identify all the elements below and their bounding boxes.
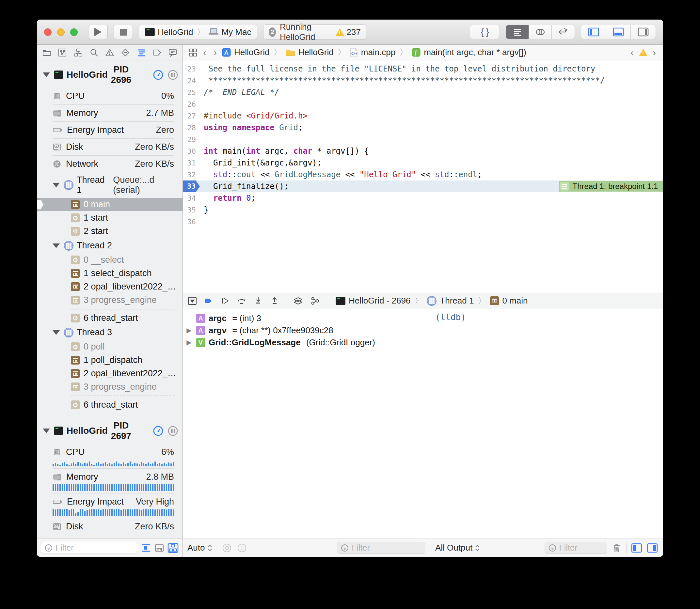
- disclosure-triangle-icon[interactable]: [53, 330, 60, 335]
- gauge-row-cpu[interactable]: CPU0%: [37, 88, 183, 104]
- project-navigator-tab[interactable]: [42, 48, 51, 57]
- disclosure-triangle-icon[interactable]: [43, 72, 50, 77]
- assistant-editor-button[interactable]: [529, 25, 552, 39]
- show-variables-view-toggle[interactable]: [631, 543, 642, 553]
- stack-frame-row[interactable]: ⚙6 thread_start: [37, 398, 183, 412]
- stack-frame-row[interactable]: ⚙2 start: [37, 225, 183, 238]
- step-over-button[interactable]: [236, 296, 247, 306]
- console-filter-field[interactable]: Filter: [545, 542, 607, 554]
- variable-row[interactable]: Aargc = (int) 3: [185, 312, 427, 325]
- stack-frame-row[interactable]: ⚙0 __select: [37, 253, 183, 267]
- code-line[interactable]: 30int main(int argc, char * argv[]) {: [183, 145, 663, 157]
- code-line[interactable]: 34 return 0;: [183, 192, 663, 204]
- close-window-button[interactable]: [44, 29, 52, 36]
- process-row[interactable]: HelloGrid PID 2696: [37, 60, 183, 88]
- jumpbar-crumb-file[interactable]: main.cpp: [361, 47, 396, 57]
- lldb-prompt[interactable]: (lldb): [430, 309, 663, 539]
- code-line[interactable]: 27#include <Grid/Grid.h>: [183, 110, 663, 122]
- code-line[interactable]: 25/* END LEGAL */: [183, 86, 663, 98]
- previous-issue-button[interactable]: ‹: [629, 47, 636, 58]
- disclosure-triangle-icon[interactable]: [53, 183, 60, 187]
- process-row[interactable]: HelloGrid PID 2697: [37, 416, 183, 444]
- hide-debug-area-button[interactable]: [187, 296, 197, 306]
- go-forward-button[interactable]: ›: [211, 47, 219, 58]
- issue-navigator-tab[interactable]: [105, 48, 114, 57]
- scheme-selector[interactable]: HelloGrid 〉 My Mac: [139, 25, 257, 39]
- breakpoint-line-number-badge[interactable]: 33: [183, 180, 200, 192]
- standard-editor-button[interactable]: [506, 25, 529, 39]
- stack-frame-row[interactable]: 1 poll_dispatch: [37, 353, 183, 367]
- next-issue-button[interactable]: ›: [651, 47, 658, 58]
- report-navigator-tab[interactable]: [168, 48, 177, 57]
- stack-frame-row[interactable]: 2 opal_libevent2022_ev…: [37, 280, 183, 293]
- continue-button[interactable]: [220, 296, 230, 306]
- toggle-inspector-button[interactable]: [631, 25, 655, 39]
- threads-view-button[interactable]: [168, 426, 178, 436]
- gauge-row-disk[interactable]: DiskZero KB/s: [37, 518, 183, 535]
- toggle-debug-area-button[interactable]: [606, 25, 631, 39]
- code-line[interactable]: 26: [183, 98, 663, 110]
- stop-button[interactable]: [114, 25, 133, 39]
- show-breakpoint-frames-toggle[interactable]: [141, 543, 151, 553]
- toggle-navigator-button[interactable]: [581, 25, 606, 39]
- disclosure-triangle-icon[interactable]: [43, 429, 50, 433]
- stack-frame-row[interactable]: 2 opal_libevent2022_ev…: [37, 367, 183, 380]
- code-line[interactable]: 31 Grid_init(&argc,&argv);: [183, 157, 663, 169]
- gauge-row-network[interactable]: NetworkZero KB/s: [37, 156, 183, 172]
- stack-frame-row[interactable]: ⚙6 thread_start: [37, 311, 183, 325]
- view-process-hierarchy-toggle[interactable]: [168, 543, 178, 553]
- gauge-row-disk[interactable]: DiskZero KB/s: [37, 139, 183, 155]
- variable-row[interactable]: ▶VGrid::GridLogMessage (Grid::GridLogger…: [185, 336, 427, 349]
- gauge-row-memory[interactable]: Memory2.8 MB: [37, 469, 183, 485]
- stack-frame-row[interactable]: 0 main: [37, 198, 183, 211]
- disclosure-chevron-icon[interactable]: ▶: [185, 326, 193, 334]
- thread-row[interactable]: Thread 2: [37, 238, 183, 253]
- activity-viewer[interactable]: 2 Running HelloGrid 237: [263, 24, 366, 39]
- jumpbar-crumb-project[interactable]: HelloGrid: [234, 47, 269, 57]
- show-stack-frames-toggle[interactable]: [154, 543, 164, 553]
- gauges-view-button[interactable]: [153, 70, 163, 80]
- stack-frame-row[interactable]: ⚙1 start: [37, 211, 183, 225]
- variable-row[interactable]: ▶Aargv = (char **) 0x7ffee9039c28: [185, 325, 427, 336]
- disclosure-chevron-icon[interactable]: ▶: [185, 338, 193, 346]
- search-navigator-tab[interactable]: [89, 48, 99, 57]
- source-editor[interactable]: 23 See the full license in the file "LIC…: [183, 60, 663, 293]
- symbol-navigator-tab[interactable]: [74, 48, 83, 57]
- gauges-view-button[interactable]: [153, 426, 163, 436]
- thread-row[interactable]: Thread 1Queue:...d (serial): [37, 172, 183, 198]
- code-line[interactable]: 35}: [183, 204, 663, 216]
- code-line[interactable]: 32 std::cout << GridLogMessage << "Hello…: [183, 169, 663, 180]
- stack-frame-row[interactable]: 3 progress_engine: [37, 380, 183, 394]
- minimize-window-button[interactable]: [57, 29, 65, 36]
- breakpoints-toggle-button[interactable]: [204, 296, 214, 306]
- library-button[interactable]: { }: [470, 25, 500, 39]
- code-line[interactable]: 33 Grid_finalize();Thread 1: breakpoint …: [183, 180, 663, 192]
- related-items-icon[interactable]: [188, 48, 198, 57]
- gauge-row-network[interactable]: NetworkZero KB/s: [37, 535, 183, 539]
- debug-view-hierarchy-button[interactable]: [293, 296, 303, 306]
- step-out-button[interactable]: [270, 296, 279, 306]
- breadcrumb-process[interactable]: HelloGrid - 2696: [349, 296, 410, 306]
- clear-console-button[interactable]: [612, 543, 622, 553]
- zoom-window-button[interactable]: [70, 29, 78, 36]
- jumpbar-crumb-group[interactable]: HelloGrid: [298, 47, 334, 57]
- code-line[interactable]: 36: [183, 216, 663, 227]
- variables-filter-field[interactable]: Filter: [337, 542, 425, 554]
- stack-frame-row[interactable]: 3 progress_engine: [37, 293, 183, 307]
- disclosure-triangle-icon[interactable]: [53, 243, 60, 248]
- version-editor-button[interactable]: [552, 25, 575, 39]
- go-back-button[interactable]: ‹: [201, 47, 208, 58]
- variables-scope-popup[interactable]: Auto: [187, 543, 212, 553]
- stack-frame-row[interactable]: 1 select_dispatch: [37, 267, 183, 280]
- source-control-tab[interactable]: [58, 48, 67, 57]
- breadcrumb-thread[interactable]: Thread 1: [440, 296, 474, 306]
- warning-counter[interactable]: 237: [336, 27, 361, 37]
- gauge-row-energy[interactable]: Energy ImpactVery High: [37, 493, 183, 510]
- gauge-row-energy[interactable]: Energy ImpactZero: [37, 122, 183, 138]
- breakpoint-annotation[interactable]: Thread 1: breakpoint 1.1: [559, 181, 663, 192]
- test-navigator-tab[interactable]: [121, 48, 130, 57]
- step-into-button[interactable]: [253, 296, 263, 306]
- thread-row[interactable]: Thread 3: [37, 325, 183, 340]
- gauge-row-cpu[interactable]: CPU6%: [37, 444, 183, 460]
- stack-frame-row[interactable]: ⚙0 poll: [37, 340, 183, 353]
